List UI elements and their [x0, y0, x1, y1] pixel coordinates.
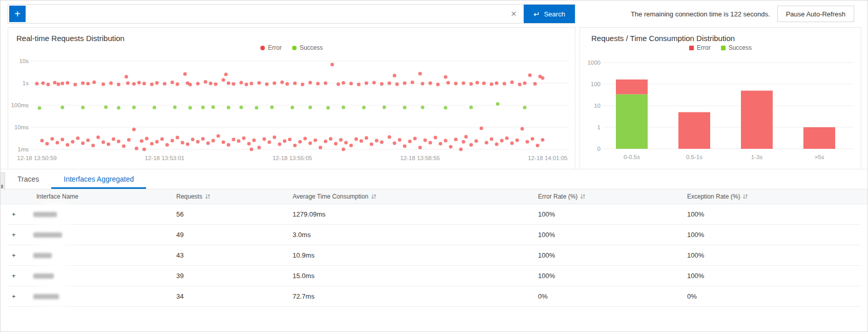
legend-label: Error: [697, 44, 711, 51]
cell-error-rate: 100%: [538, 245, 555, 265]
svg-text:12-18 14:01:05: 12-18 14:01:05: [528, 155, 567, 161]
cell-error-rate: 100%: [538, 225, 555, 245]
legend-label: Error: [268, 44, 282, 51]
table-body: +561279.09ms100%100%+493.0ms100%100%+431…: [1, 204, 867, 307]
svg-text:10s: 10s: [19, 58, 29, 64]
svg-text:>5s: >5s: [815, 154, 824, 160]
table-row: +3915.0ms100%100%: [8, 266, 860, 286]
error-bars: [616, 80, 835, 149]
realtime-requests-panel: Real-time Requests Distribution ErrorSuc…: [8, 27, 575, 170]
expand-row-button[interactable]: +: [12, 204, 16, 224]
redacted-interface-name: [33, 274, 54, 279]
success-bars: [616, 94, 648, 149]
legend-error[interactable]: Error: [689, 44, 711, 51]
search-button-label: Search: [544, 10, 565, 18]
error-series: [35, 63, 545, 151]
expand-row-button[interactable]: +: [12, 286, 16, 306]
cell-exception-rate: 100%: [687, 266, 704, 286]
tab-interfaces-aggregated[interactable]: Interfaces Aggregated: [51, 169, 146, 189]
search-bar: + × ↵ Search: [8, 4, 575, 24]
legend-label: Success: [300, 44, 323, 51]
cell-exception-rate: 0%: [687, 286, 697, 306]
table-row: +561279.09ms100%100%: [8, 204, 860, 225]
svg-text:12-18 13:55:05: 12-18 13:55:05: [273, 155, 312, 161]
svg-text:10: 10: [594, 103, 601, 109]
topbar-right: The remaining connection time is 122 sec…: [631, 4, 854, 24]
search-input[interactable]: [26, 5, 508, 23]
search-button[interactable]: ↵ Search: [524, 5, 575, 23]
dot-marker-icon: [292, 46, 297, 50]
cell-error-rate: 0%: [538, 286, 548, 306]
legend-error[interactable]: Error: [260, 44, 282, 51]
svg-text:1: 1: [597, 124, 601, 130]
page: + × ↵ Search The remaining connection ti…: [0, 0, 868, 332]
sort-icon[interactable]: [205, 193, 211, 200]
collapse-panel-handle[interactable]: [1, 172, 5, 190]
cell-avg-time: 10.9ms: [293, 245, 315, 265]
pause-auto-refresh-button[interactable]: Pause Auto-Refresh: [777, 6, 854, 22]
square-marker-icon: [721, 46, 726, 50]
legend-success[interactable]: Success: [292, 44, 323, 51]
cell-avg-time: 15.0ms: [293, 266, 315, 286]
column-header-interface-name: Interface Name: [36, 189, 78, 204]
cell-requests: 49: [176, 225, 183, 245]
add-filter-button[interactable]: +: [9, 6, 26, 22]
bar-chart-title: Requests / Time Consumption Distribution: [591, 34, 735, 43]
legend-success[interactable]: Success: [721, 44, 752, 51]
svg-text:1ms: 1ms: [17, 146, 29, 152]
tab-traces[interactable]: Traces: [5, 169, 51, 189]
tab-bar: Traces Interfaces Aggregated: [1, 169, 867, 189]
column-label: Interface Name: [36, 193, 78, 200]
redacted-interface-name: [33, 212, 57, 217]
cell-exception-rate: 100%: [687, 245, 704, 265]
table-row: +3472.7ms0%0%: [8, 286, 860, 307]
cell-error-rate: 100%: [538, 204, 555, 224]
bar-chart[interactable]: 100010010100-0.5s0.5-1s1-3s>5s: [580, 51, 861, 167]
svg-text:0-0.5s: 0-0.5s: [624, 154, 640, 160]
column-header-error-rate[interactable]: Error Rate (%): [538, 189, 586, 204]
svg-text:1-3s: 1-3s: [751, 154, 763, 160]
expand-row-button[interactable]: +: [12, 225, 16, 245]
svg-text:0: 0: [597, 146, 601, 152]
column-label: Average Time Consumption: [293, 193, 368, 200]
bottom-section: Traces Interfaces Aggregated Interface N…: [1, 169, 867, 331]
sort-icon[interactable]: [371, 193, 377, 200]
cell-requests: 56: [176, 204, 183, 224]
svg-text:12-18 13:50:59: 12-18 13:50:59: [17, 155, 56, 161]
time-consumption-panel: Requests / Time Consumption Distribution…: [580, 27, 861, 170]
clear-search-icon[interactable]: ×: [508, 8, 524, 19]
cell-requests: 34: [176, 286, 183, 306]
sort-icon[interactable]: [580, 193, 586, 200]
column-label: Exception Rate (%): [687, 193, 740, 200]
column-header-average-time-consumption[interactable]: Average Time Consumption: [293, 189, 377, 204]
cell-requests: 39: [176, 266, 183, 286]
scatter-legend: ErrorSuccess: [8, 44, 575, 51]
svg-text:1s: 1s: [23, 80, 29, 86]
svg-text:0.5-1s: 0.5-1s: [686, 154, 702, 160]
redacted-interface-name: [33, 232, 62, 238]
table-row: +4310.9ms100%100%: [8, 245, 860, 266]
expand-row-button[interactable]: +: [12, 266, 16, 286]
redacted-interface-name: [33, 253, 52, 258]
cell-exception-rate: 100%: [687, 225, 704, 245]
svg-text:10ms: 10ms: [14, 124, 29, 130]
square-marker-icon: [689, 46, 694, 50]
legend-label: Success: [729, 44, 752, 51]
svg-text:100ms: 100ms: [11, 102, 29, 108]
table-header: Interface NameRequestsAverage Time Consu…: [1, 189, 867, 204]
column-header-requests[interactable]: Requests: [176, 189, 211, 204]
expand-row-button[interactable]: +: [12, 245, 16, 265]
column-label: Error Rate (%): [538, 193, 577, 200]
cell-error-rate: 100%: [538, 266, 555, 286]
table-row: +493.0ms100%100%: [8, 225, 860, 245]
cell-exception-rate: 100%: [687, 204, 704, 224]
redacted-interface-name: [33, 294, 59, 299]
sort-icon[interactable]: [742, 193, 748, 200]
scatter-chart-title: Real-time Requests Distribution: [16, 34, 125, 43]
scatter-chart[interactable]: 10s1s100ms10ms1ms12-18 13:50:5912-18 13:…: [8, 51, 575, 167]
success-series: [38, 102, 527, 110]
cell-requests: 43: [176, 245, 183, 265]
svg-text:12-18 13:58:55: 12-18 13:58:55: [400, 155, 440, 161]
column-header-exception-rate[interactable]: Exception Rate (%): [687, 189, 748, 204]
svg-text:100: 100: [591, 81, 601, 87]
